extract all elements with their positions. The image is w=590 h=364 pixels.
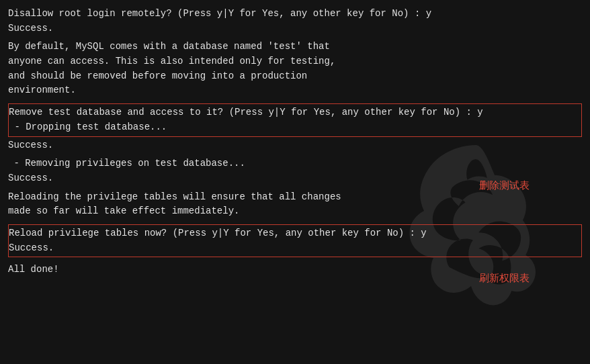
terminal-content: Disallow root login remotely? (Press y|Y…	[8, 7, 582, 277]
success-line-2: Success.	[8, 138, 582, 153]
reload-privileges-line1: Reload privilege tables now? (Press y|Y …	[9, 226, 581, 241]
reloading-line2: made so far will take effect immediately…	[8, 204, 582, 219]
mysql-default-line3: and should be removed before moving into…	[8, 69, 582, 84]
reload-privileges-line2: Success.	[9, 241, 581, 256]
annotation-reload-privileges: 刷新权限表	[479, 272, 530, 285]
terminal-window: Disallow root login remotely? (Press y|Y…	[0, 0, 590, 364]
remove-test-db-box: Remove test database and access to it? (…	[8, 103, 582, 136]
removing-privileges-line: - Removing privileges on test database..…	[8, 156, 582, 171]
annotation-delete-test: 删除测试表	[479, 179, 530, 192]
disallow-root-line: Disallow root login remotely? (Press y|Y…	[8, 7, 582, 21]
mysql-default-line2: anyone can access. This is also intended…	[8, 54, 582, 69]
success-line-1: Success.	[8, 21, 582, 36]
mysql-default-line4: environment.	[8, 83, 582, 98]
remove-test-db-line1: Remove test database and access to it? (…	[9, 105, 581, 120]
mysql-default-line1: By default, MySQL comes with a database …	[8, 40, 582, 54]
spacer-5	[8, 219, 582, 223]
remove-test-db-line2: - Dropping test database...	[9, 120, 581, 135]
reload-privileges-box: Reload privilege tables now? (Press y|Y …	[8, 224, 582, 257]
spacer-2	[8, 98, 582, 102]
